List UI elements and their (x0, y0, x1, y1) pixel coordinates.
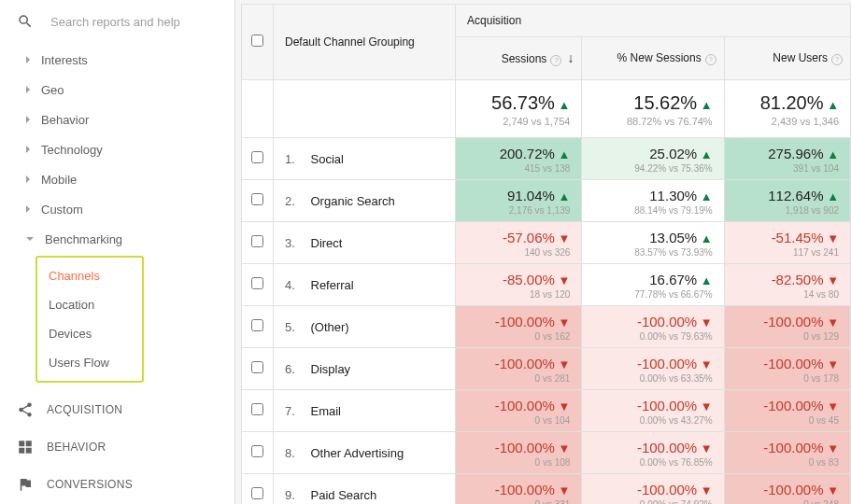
row-number: 3. (274, 222, 304, 264)
metric-sub: 88.14% vs 79.19% (593, 205, 712, 216)
row-checkbox[interactable] (251, 361, 263, 373)
row-checkbox[interactable] (251, 319, 263, 331)
submenu-users-flow[interactable]: Users Flow (37, 348, 142, 377)
cell-sessions: 91.04% ▲2,176 vs 1,139 (456, 180, 582, 222)
row-checkbox[interactable] (251, 235, 263, 247)
submenu-devices[interactable]: Devices (37, 319, 142, 348)
metric-sub: 415 vs 138 (467, 163, 570, 174)
nav-label: Geo (41, 83, 64, 97)
row-name[interactable]: Direct (304, 222, 456, 264)
table-row: 5.(Other)-100.00% ▼0 vs 162-100.00% ▼0.0… (242, 306, 851, 348)
row-name[interactable]: Email (304, 390, 456, 432)
col-sessions[interactable]: Sessions?↓ (456, 37, 582, 80)
row-checkbox[interactable] (251, 403, 263, 415)
arrow-down-icon: ▼ (827, 399, 839, 413)
row-cb-cell[interactable] (242, 306, 274, 348)
row-cb-cell[interactable] (242, 390, 274, 432)
arrow-down-icon: ▼ (559, 273, 571, 287)
cell-newsess: 25.02% ▲94.22% vs 75.36% (582, 138, 724, 180)
section-conversions[interactable]: CONVERSIONS (0, 463, 234, 500)
sort-down-icon: ↓ (567, 50, 574, 65)
row-name[interactable]: Organic Search (304, 180, 456, 222)
cell-sessions: -100.00% ▼0 vs 331 (456, 474, 582, 505)
arrow-down-icon: ▼ (701, 315, 713, 329)
row-cb-cell[interactable] (242, 474, 274, 505)
metric-pct: -100.00% (763, 440, 823, 455)
summary-newsess: 15.62% ▲88.72% vs 76.74% (582, 80, 724, 138)
row-name[interactable]: Other Advertising (304, 432, 456, 474)
search-bar[interactable]: Search reports and help (0, 0, 234, 45)
nav-item-behavior[interactable]: Behavior (0, 105, 234, 134)
row-checkbox[interactable] (251, 487, 263, 499)
row-cb-cell[interactable] (242, 432, 274, 474)
nav-item-benchmarking[interactable]: Benchmarking (0, 224, 234, 254)
metric-pct: -100.00% (637, 356, 697, 371)
arrow-down-icon: ▼ (827, 315, 839, 329)
help-icon[interactable]: ? (831, 54, 843, 65)
help-icon[interactable]: ? (550, 55, 561, 66)
arrow-down-icon: ▼ (559, 441, 571, 455)
metric-pct: 16.67% (649, 272, 697, 287)
row-cb-cell[interactable] (242, 222, 274, 264)
row-number: 6. (274, 348, 304, 390)
metric-cell: -100.00% ▼0.00% vs 74.92% (582, 474, 723, 504)
caret-icon (26, 205, 30, 213)
metric-pct: 81.20% (760, 92, 824, 113)
nav-item-interests[interactable]: Interests (0, 45, 234, 75)
row-name[interactable]: Referral (304, 264, 456, 306)
metric-cell: -51.45% ▼117 vs 241 (725, 222, 850, 263)
section-acquisition[interactable]: ACQUISITION (0, 388, 234, 426)
metric-cell: -85.00% ▼18 vs 120 (456, 264, 581, 305)
group-header[interactable]: Default Channel Grouping (274, 5, 456, 80)
row-checkbox[interactable] (251, 277, 263, 289)
metric-sub: 391 vs 104 (736, 163, 839, 174)
select-all-checkbox[interactable] (251, 35, 263, 47)
metric-cell: -100.00% ▼0.00% vs 43.27% (582, 390, 723, 431)
metric-pct: 15.62% (633, 92, 697, 113)
section-label: BEHAVIOR (47, 441, 106, 454)
metric-sub: 0.00% vs 43.27% (593, 415, 712, 426)
row-name[interactable]: Paid Search (304, 474, 456, 505)
arrow-up-icon: ▲ (827, 98, 839, 112)
metric-pct: -82.50% (772, 272, 824, 287)
metric-sub: 2,439 vs 1,346 (736, 116, 839, 127)
nav-item-geo[interactable]: Geo (0, 75, 234, 105)
section-behavior[interactable]: BEHAVIOR (0, 426, 234, 463)
arrow-down-icon: ▼ (559, 357, 571, 371)
row-name[interactable]: Display (304, 348, 456, 390)
row-cb-cell[interactable] (242, 180, 274, 222)
row-checkbox[interactable] (251, 445, 263, 457)
nav-item-technology[interactable]: Technology (0, 134, 234, 164)
row-cb-cell[interactable] (242, 138, 274, 180)
row-cb-cell[interactable] (242, 264, 274, 306)
submenu-location[interactable]: Location (37, 290, 142, 319)
nav-item-mobile[interactable]: Mobile (0, 164, 234, 194)
caret-icon (26, 86, 30, 93)
row-cb-cell[interactable] (242, 348, 274, 390)
cell-sessions: -85.00% ▼18 vs 120 (456, 264, 582, 306)
row-checkbox[interactable] (251, 151, 263, 163)
submenu-channels[interactable]: Channels (37, 261, 142, 290)
metric-sub: 18 vs 120 (467, 289, 570, 300)
summary-label (274, 80, 456, 138)
col-new-sessions[interactable]: % New Sessions? (582, 37, 724, 80)
select-all-header[interactable] (242, 5, 274, 80)
metric-pct: -57.06% (503, 230, 555, 245)
col-new-users[interactable]: New Users? (724, 37, 850, 80)
arrow-up-icon: ▲ (559, 147, 571, 161)
metric-pct: -100.00% (637, 482, 697, 497)
row-checkbox[interactable] (251, 193, 263, 205)
row-name[interactable]: (Other) (304, 306, 456, 348)
metric-cell: -100.00% ▼0.00% vs 79.63% (582, 306, 723, 347)
row-name[interactable]: Social (304, 138, 456, 180)
nav-item-custom[interactable]: Custom (0, 194, 234, 224)
arrow-down-icon: ▼ (827, 231, 839, 245)
cell-sessions: -100.00% ▼0 vs 104 (456, 390, 582, 432)
metric-sub: 0 vs 104 (467, 415, 570, 426)
arrow-down-icon: ▼ (559, 315, 571, 329)
nav-label: Technology (41, 143, 103, 157)
cell-newsess: -100.00% ▼0.00% vs 43.27% (582, 390, 724, 432)
metric-sub: 94.22% vs 75.36% (593, 163, 712, 174)
cell-newusers: -100.00% ▼0 vs 248 (724, 474, 850, 505)
help-icon[interactable]: ? (705, 54, 716, 65)
